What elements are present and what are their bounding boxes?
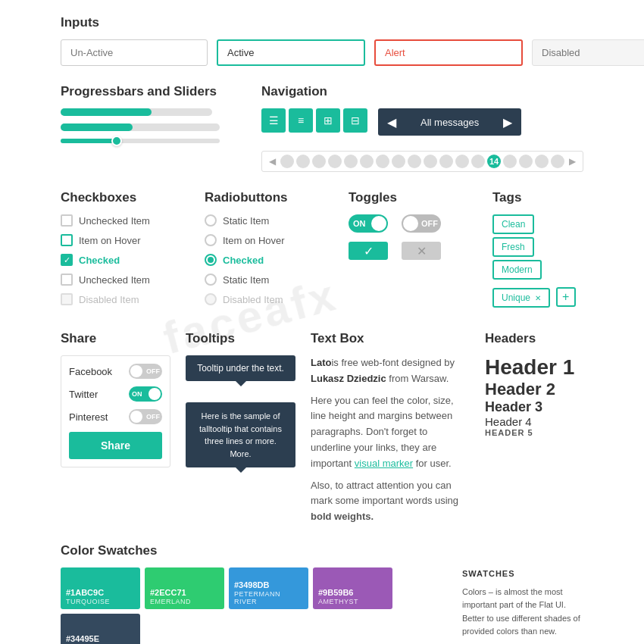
swatches-main: #1ABC9C TURQUOISE #2ECC71 EMERLAND #3498… <box>61 567 455 644</box>
page-dot-3[interactable] <box>312 155 326 168</box>
nav-icon-grid[interactable]: ⊞ <box>316 108 340 133</box>
nav-prev-button[interactable]: ◀ <box>378 108 405 136</box>
radio-static2[interactable]: Static Item <box>205 274 326 286</box>
page-dot-8[interactable] <box>392 155 405 168</box>
bottom-sections: Share Facebook OFF Twitter ON <box>61 331 583 525</box>
page-dot-16[interactable] <box>519 155 533 168</box>
radio-label-1: Static Item <box>223 215 269 227</box>
page-dot-18[interactable] <box>551 155 564 168</box>
toggle-x[interactable]: ✕ <box>402 242 441 260</box>
tag-add-button[interactable]: + <box>556 287 576 307</box>
pinterest-toggle[interactable]: OFF <box>129 409 162 424</box>
page-dot-17[interactable] <box>535 155 549 168</box>
page-dot-10[interactable] <box>424 155 437 168</box>
unactive-input[interactable] <box>61 39 208 66</box>
checkbox-label-3: Checked <box>79 255 120 266</box>
rb-circle-checked <box>205 254 217 266</box>
page-dot-2[interactable] <box>296 155 310 168</box>
checkbox-unchecked1[interactable]: Unchecked Item <box>61 214 182 227</box>
headers-title: Headers <box>485 331 583 346</box>
page-dot-5[interactable] <box>344 155 358 168</box>
swatches-description: SWATCHES Colors – is almost the most imp… <box>455 567 583 644</box>
rb-circle-2 <box>205 234 217 246</box>
share-title: Share <box>61 331 170 346</box>
toggle-row-2: ✓ ✕ <box>349 242 470 260</box>
page-dot-12[interactable] <box>455 155 469 168</box>
visual-marker-link[interactable]: visual marker <box>355 458 413 469</box>
tooltips-title: Tooltips <box>186 331 295 346</box>
checkbox-hover[interactable]: Item on Hover <box>61 234 182 246</box>
swatch-emerland[interactable]: #2ECC71 EMERLAND <box>145 567 224 609</box>
header-4: Header 4 <box>485 415 583 428</box>
swatch-wetasphalt[interactable]: #34495E WET ASPHALT <box>61 614 140 644</box>
toggle-row-1: ON OFF <box>349 214 470 233</box>
radio-static1[interactable]: Static Item <box>205 214 326 227</box>
page-dot-1[interactable] <box>280 155 294 168</box>
radiobuttons-title: Radiobuttons <box>205 190 326 205</box>
checkboxes-section: Checkboxes Unchecked Item Item on Hover … <box>61 190 182 313</box>
tag-close-icon[interactable]: ✕ <box>535 294 541 302</box>
tags-title: Tags <box>492 190 583 205</box>
swatch-amethyst[interactable]: #9B59B6 AMETHYST <box>313 567 392 609</box>
para1-text: is free web-font designed by <box>331 357 455 368</box>
facebook-toggle[interactable]: OFF <box>129 364 162 379</box>
checkbox-disabled: Disabled Item <box>61 293 182 305</box>
swatch-turquoise[interactable]: #1ABC9C TURQUOISE <box>61 567 140 609</box>
tag-unique-label: Unique <box>502 292 530 303</box>
page-dot-13[interactable] <box>471 155 485 168</box>
page-dot-6[interactable] <box>360 155 374 168</box>
page-dot-15[interactable] <box>503 155 517 168</box>
radio-label-4: Static Item <box>223 274 269 286</box>
bold-text: bold weights. <box>311 511 374 522</box>
progress-bar-1 <box>61 108 246 116</box>
nav-messages-row: ◀ All messages ▶ <box>378 108 521 136</box>
twitter-toggle[interactable]: ON <box>129 386 162 402</box>
page-dot-9[interactable] <box>408 155 421 168</box>
page-dot-4[interactable] <box>328 155 342 168</box>
link2-text: for user. <box>413 458 452 469</box>
swatches-row: #1ABC9C TURQUOISE #2ECC71 EMERLAND #3498… <box>61 567 583 644</box>
pagination-prev[interactable]: ◀ <box>267 156 278 167</box>
font-name: Lato <box>311 357 331 368</box>
tag-unique[interactable]: Unique ✕ <box>492 288 550 308</box>
facebook-toggle-label: OFF <box>146 367 160 375</box>
nav-next-button[interactable]: ▶ <box>494 108 521 136</box>
checkbox-unchecked2[interactable]: Unchecked Item <box>61 274 182 286</box>
progressbars-title: Progressbars and Sliders <box>61 84 246 99</box>
page-dot-14[interactable]: 14 <box>487 155 501 168</box>
page-dot-7[interactable] <box>376 155 389 168</box>
nav-icon-grid2[interactable]: ⊟ <box>343 108 367 133</box>
slider-wrap[interactable] <box>61 139 246 143</box>
radio-checked[interactable]: Checked <box>205 254 326 266</box>
share-button[interactable]: Share <box>69 432 162 459</box>
textbox-content: Latois free web-font designed by Lukasz … <box>311 355 470 525</box>
nav-icon-list1[interactable]: ☰ <box>261 108 286 133</box>
inputs-section: Inputs <box>61 15 583 66</box>
toggle-check[interactable]: ✓ <box>349 242 388 260</box>
share-facebook: Facebook OFF <box>69 364 162 379</box>
navigation-section: Navigation ☰ ≡ ⊞ ⊟ ◀ All messages ▶ ◀ <box>261 84 583 172</box>
nav-icon-list2[interactable]: ≡ <box>289 108 313 133</box>
checkbox-label-2: Item on Hover <box>79 235 141 246</box>
checkbox-checked[interactable]: ✓ Checked <box>61 254 182 266</box>
checkbox-label-4: Unchecked Item <box>79 274 150 286</box>
swatches-title: Color Swatches <box>61 543 583 558</box>
page-dot-11[interactable] <box>439 155 453 168</box>
alert-input[interactable] <box>374 39 523 66</box>
tag-modern[interactable]: Modern <box>492 260 542 280</box>
radio-hover[interactable]: Item on Hover <box>205 234 326 246</box>
tag-fresh[interactable]: Fresh <box>492 237 534 257</box>
pagination-next[interactable]: ▶ <box>567 156 578 167</box>
nav-pagination: ◀ 14 ▶ <box>261 151 583 172</box>
toggle-on[interactable]: ON <box>349 214 388 233</box>
textbox-title: Text Box <box>311 331 470 346</box>
swatch-petermann[interactable]: #3498DB PETERMANN RIVER <box>229 567 308 609</box>
inputs-row <box>61 39 583 66</box>
tag-clean[interactable]: Clean <box>492 214 534 234</box>
cb-box-hover <box>61 234 73 246</box>
share-pinterest: Pinterest OFF <box>69 409 162 424</box>
active-input[interactable] <box>217 39 365 66</box>
pinterest-toggle-label: OFF <box>146 413 160 420</box>
share-twitter: Twitter ON <box>69 386 162 402</box>
toggle-off[interactable]: OFF <box>402 214 441 233</box>
